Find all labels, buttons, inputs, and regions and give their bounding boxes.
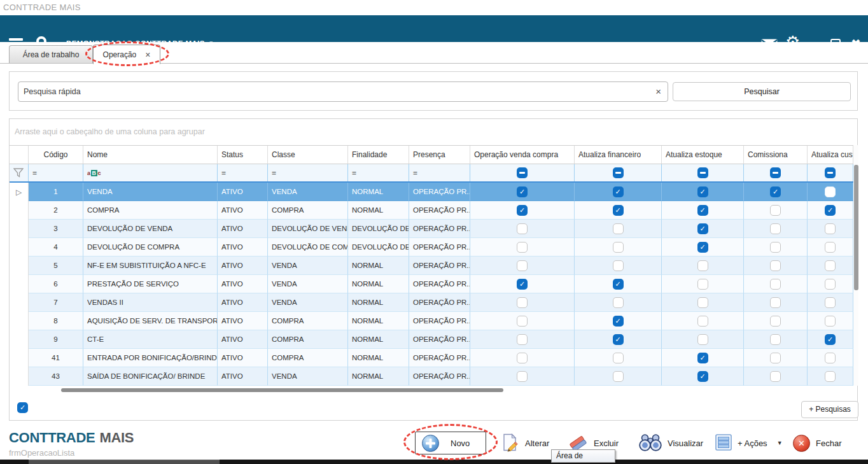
cell-checkbox[interactable]: ✓ [517, 186, 528, 197]
filter-cell[interactable] [575, 164, 662, 181]
column-header[interactable]: Finalidade [348, 146, 409, 164]
cell-checkbox[interactable] [517, 334, 528, 345]
cell-checkbox[interactable] [517, 260, 528, 271]
column-header[interactable]: Atualiza estoque [662, 146, 744, 164]
cell-checkbox[interactable]: ✓ [613, 316, 624, 327]
cell-checkbox[interactable] [770, 260, 781, 271]
cell-checkbox[interactable] [770, 279, 781, 290]
cell-checkbox[interactable] [825, 186, 836, 197]
table-row[interactable]: 9CT-EATIVOCOMPRANORMALOPERAÇÃO PR...✓✓ [10, 330, 853, 349]
cell-checkbox[interactable]: ✓ [517, 279, 528, 290]
filter-checkbox[interactable] [613, 167, 624, 178]
visualizar-button[interactable]: Visualizar [639, 432, 703, 454]
table-row[interactable]: 2COMPRAATIVOCOMPRANORMALOPERAÇÃO PR...✓✓… [10, 201, 853, 220]
table-row[interactable]: 8AQUISIÇÃO DE SERV. DE TRANSPORTEATIVOCO… [10, 312, 853, 330]
filter-checkbox[interactable] [825, 167, 836, 178]
cell-checkbox[interactable] [517, 242, 528, 253]
cell-checkbox[interactable] [697, 334, 708, 345]
cell-checkbox[interactable] [770, 316, 781, 327]
more-searches-button[interactable]: + Pesquisas [801, 401, 858, 418]
filter-cell[interactable]: = [29, 164, 83, 181]
cell-checkbox[interactable]: ✓ [613, 279, 624, 290]
cell-checkbox[interactable] [517, 223, 528, 234]
cell-checkbox[interactable] [770, 371, 781, 382]
filter-cell[interactable]: aBc [83, 164, 218, 181]
column-header[interactable]: Presença [409, 146, 470, 164]
filter-cell[interactable] [470, 164, 575, 181]
vertical-scrollbar[interactable] [854, 165, 858, 290]
table-row[interactable]: 41ENTRADA POR BONIFICAÇÃO/BRINDEATIVOCOM… [10, 349, 853, 367]
cell-checkbox[interactable] [697, 297, 708, 308]
table-row[interactable]: 6PRESTAÇÃO DE SERVIÇOATIVOVENDANORMALOPE… [10, 275, 853, 293]
filter-cell[interactable] [662, 164, 744, 181]
filter-cell[interactable]: = [348, 164, 409, 181]
filter-checkbox[interactable] [697, 167, 708, 178]
cell-checkbox[interactable]: ✓ [697, 223, 708, 234]
tab-area-de-trabalho[interactable]: Área de trabalho [9, 45, 93, 63]
clear-search-icon[interactable]: × [655, 86, 661, 97]
cell-checkbox[interactable]: ✓ [613, 205, 624, 216]
cell-checkbox[interactable]: ✓ [697, 353, 708, 363]
filter-cell[interactable]: = [268, 164, 348, 181]
cell-checkbox[interactable]: ✓ [697, 371, 708, 382]
horizontal-scrollbar[interactable] [61, 388, 503, 392]
cell-checkbox[interactable] [697, 260, 708, 271]
cell-checkbox[interactable]: ✓ [613, 186, 624, 197]
tab-operacao[interactable]: Operação × [93, 45, 160, 64]
cell-checkbox[interactable]: ✓ [697, 186, 708, 197]
novo-button[interactable]: Novo [415, 432, 486, 454]
cell-checkbox[interactable] [613, 260, 624, 271]
cell-checkbox[interactable] [825, 353, 836, 363]
cell-checkbox[interactable] [517, 353, 528, 363]
taskbar-button[interactable] [29, 460, 220, 464]
cell-checkbox[interactable] [825, 316, 836, 327]
cell-checkbox[interactable] [825, 297, 836, 308]
alterar-button[interactable]: Alterar [500, 432, 549, 454]
column-header[interactable]: Código [29, 146, 83, 164]
cell-checkbox[interactable]: ✓ [825, 205, 836, 216]
column-header[interactable]: Classe [268, 146, 348, 164]
cell-checkbox[interactable] [613, 353, 624, 363]
cell-checkbox[interactable] [613, 371, 624, 382]
table-row[interactable]: 4DEVOLUÇÃO DE COMPRAATIVODEVOLUÇÃO DE CO… [10, 238, 853, 257]
filter-cell[interactable]: = [409, 164, 470, 181]
cell-checkbox[interactable] [613, 223, 624, 234]
pesquisar-button[interactable]: Pesquisar [673, 82, 851, 101]
cell-checkbox[interactable] [770, 353, 781, 363]
cell-checkbox[interactable]: ✓ [770, 186, 781, 197]
column-header[interactable]: Comissiona [744, 146, 808, 164]
cell-checkbox[interactable] [697, 279, 708, 290]
table-row[interactable]: 7VENDAS IIATIVOVENDANORMALOPERAÇÃO PR... [10, 293, 853, 312]
cell-checkbox[interactable] [770, 205, 781, 216]
cell-checkbox[interactable] [770, 334, 781, 345]
cell-checkbox[interactable]: ✓ [697, 205, 708, 216]
column-header[interactable]: Nome [83, 146, 218, 164]
filter-cell[interactable] [744, 164, 808, 181]
cell-checkbox[interactable] [770, 297, 781, 308]
cell-checkbox[interactable]: ✓ [697, 242, 708, 253]
cell-checkbox[interactable]: ✓ [825, 334, 836, 345]
quick-search-input[interactable] [24, 83, 644, 101]
table-row[interactable]: 43SAÍDA DE BONIFICAÇÃO/ BRINDEATIVOVENDA… [10, 367, 853, 386]
filter-cell[interactable]: = [218, 164, 268, 181]
table-row[interactable]: ▷1VENDAATIVOVENDANORMALOPERAÇÃO PR...✓✓✓… [10, 183, 853, 201]
fechar-button[interactable]: ✕ Fechar [793, 432, 841, 454]
cell-checkbox[interactable] [825, 279, 836, 290]
cell-checkbox[interactable] [613, 297, 624, 308]
cell-checkbox[interactable] [825, 371, 836, 382]
cell-checkbox[interactable] [517, 371, 528, 382]
filter-checkbox[interactable] [517, 167, 528, 178]
filter-funnel-icon[interactable] [10, 164, 29, 181]
close-tab-icon[interactable]: × [145, 51, 150, 59]
acoes-button[interactable]: + Ações ▼ [715, 432, 783, 454]
column-header[interactable]: Atualiza financeiro [575, 146, 662, 164]
cell-checkbox[interactable] [825, 223, 836, 234]
cell-checkbox[interactable] [613, 242, 624, 253]
cell-checkbox[interactable] [770, 242, 781, 253]
cell-checkbox[interactable] [825, 260, 836, 271]
cell-checkbox[interactable] [517, 297, 528, 308]
column-header[interactable]: Operação venda compra [470, 146, 575, 164]
column-header[interactable]: Atualiza custo [808, 146, 853, 164]
select-all-checkbox[interactable]: ✓ [17, 402, 28, 413]
cell-checkbox[interactable] [697, 316, 708, 327]
